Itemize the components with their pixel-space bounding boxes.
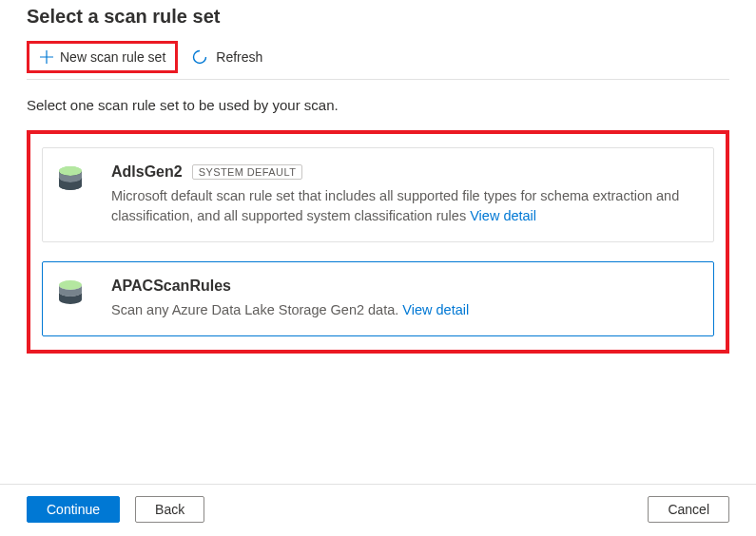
ruleset-name: AdlsGen2 [111,163,183,181]
svg-point-3 [59,280,82,290]
new-scan-rule-set-label: New scan rule set [60,49,165,65]
database-icon [56,278,94,320]
back-button[interactable]: Back [135,496,204,523]
ruleset-card-adlsgen2[interactable]: AdlsGen2 SYSTEM DEFAULT Microsoft defaul… [42,147,714,242]
svg-point-2 [59,166,82,176]
plus-icon [39,49,54,65]
view-detail-link[interactable]: View detail [402,302,469,317]
ruleset-card-apacscanrules[interactable]: APACScanRules Scan any Azure Data Lake S… [42,261,714,336]
refresh-label: Refresh [216,49,262,65]
refresh-button[interactable]: Refresh [182,43,272,71]
ruleset-name: APACScanRules [111,278,231,295]
footer: Continue Back Cancel [0,484,756,536]
database-icon [56,163,94,226]
ruleset-description: Scan any Azure Data Lake Storage Gen2 da… [111,300,700,320]
toolbar: New scan rule set Refresh [27,41,729,80]
view-detail-link[interactable]: View detail [470,208,536,223]
ruleset-description: Microsoft default scan rule set that inc… [111,186,700,226]
continue-button[interactable]: Continue [27,496,120,523]
card-body: AdlsGen2 SYSTEM DEFAULT Microsoft defaul… [111,163,700,226]
ruleset-list: AdlsGen2 SYSTEM DEFAULT Microsoft defaul… [27,130,729,354]
instruction-text: Select one scan rule set to be used by y… [27,97,729,113]
refresh-icon [191,48,208,66]
cancel-button[interactable]: Cancel [648,496,729,523]
page-title: Select a scan rule set [27,6,729,28]
ruleset-description-text: Scan any Azure Data Lake Storage Gen2 da… [111,302,398,317]
card-body: APACScanRules Scan any Azure Data Lake S… [111,278,700,320]
system-default-badge: SYSTEM DEFAULT [192,164,303,180]
ruleset-description-text: Microsoft default scan rule set that inc… [111,188,679,223]
new-scan-rule-set-button[interactable]: New scan rule set [27,41,178,73]
